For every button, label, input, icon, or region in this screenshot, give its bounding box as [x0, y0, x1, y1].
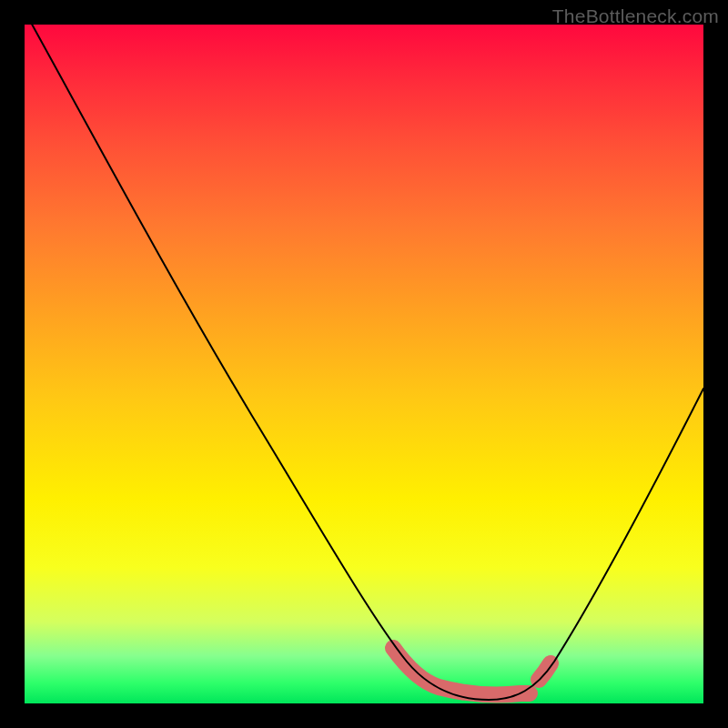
- bottleneck-curve: [25, 25, 703, 703]
- chart-frame: TheBottleneck.com: [0, 0, 728, 728]
- curve-line: [25, 11, 703, 700]
- chart-plot-area: [25, 25, 703, 703]
